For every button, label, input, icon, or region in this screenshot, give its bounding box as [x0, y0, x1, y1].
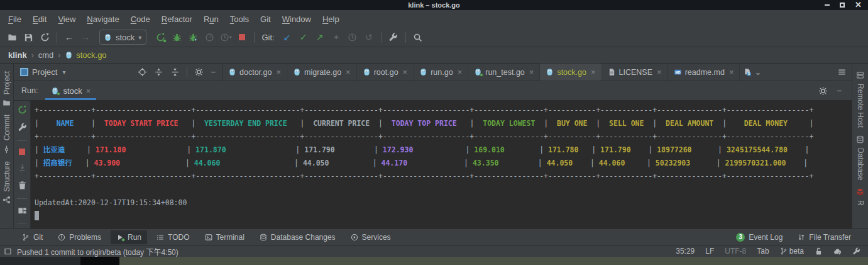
editor-tabs-row: Project ▾ − doctor.go×migrate.go×root.go…: [14, 64, 852, 81]
close-icon[interactable]: ×: [276, 67, 281, 77]
close-icon[interactable]: ×: [346, 67, 351, 77]
cloud-sync-icon[interactable]: [833, 247, 842, 256]
open-icon[interactable]: [4, 30, 19, 45]
expand-all-icon[interactable]: [154, 67, 163, 77]
run-configuration-value: stock: [116, 33, 135, 42]
search-icon[interactable]: [410, 30, 426, 45]
editor-tab-root-go[interactable]: root.go×: [357, 64, 414, 81]
close-icon[interactable]: ×: [729, 67, 734, 77]
run-tab-stock[interactable]: stock ×: [45, 81, 96, 100]
stripe-item-structure[interactable]: Structure: [3, 161, 11, 205]
rerun-icon[interactable]: [18, 105, 27, 116]
save-icon[interactable]: [21, 30, 36, 45]
unlock-icon[interactable]: [815, 247, 823, 256]
close-icon[interactable]: ×: [458, 67, 463, 77]
stop-icon[interactable]: [19, 147, 25, 157]
stripe-item-commit[interactable]: Commit: [3, 115, 11, 153]
menu-navigate[interactable]: Navigate: [81, 12, 124, 26]
editor-tab-stock-go[interactable]: stock.go×: [540, 64, 602, 81]
editor-tab-run-go[interactable]: run.go×: [414, 64, 468, 81]
menu-git[interactable]: Git: [255, 12, 277, 26]
toolwindow-problems[interactable]: Problems: [52, 230, 107, 244]
menu-help[interactable]: Help: [317, 12, 345, 26]
toolwindow-database-changes[interactable]: Database Changes: [254, 230, 341, 244]
stop-icon[interactable]: [234, 30, 250, 45]
run-coverage-icon[interactable]: [185, 30, 201, 45]
close-icon[interactable]: ×: [86, 86, 91, 96]
event-log-count-badge: 3: [736, 233, 745, 242]
hidden-tabs-dropdown[interactable]: ⌄: [740, 64, 765, 81]
menu-bar: FileEditViewNavigateCodeRefactorRunTools…: [0, 10, 868, 28]
tab-list-menu-icon[interactable]: [832, 64, 852, 81]
history-icon: [345, 30, 360, 45]
gear-icon[interactable]: [818, 86, 828, 96]
editor-tab-license[interactable]: LICENSE×: [602, 64, 668, 81]
line-ending[interactable]: LF: [705, 247, 714, 256]
wrench-icon[interactable]: [18, 123, 27, 134]
close-icon[interactable]: ×: [529, 67, 534, 77]
menu-file[interactable]: File: [3, 12, 27, 26]
window-title: klink – stock.go: [408, 1, 460, 9]
toolwindow-toggle-icon[interactable]: [4, 247, 12, 256]
git-commit-icon[interactable]: ✓: [296, 30, 311, 45]
menu-refactor[interactable]: Refactor: [156, 12, 198, 26]
close-icon[interactable]: ×: [403, 67, 408, 77]
toolwindow-git[interactable]: Git: [16, 230, 48, 244]
maximize-button[interactable]: [840, 3, 845, 8]
debug-icon[interactable]: [169, 30, 184, 45]
profiler-icon: [202, 30, 217, 45]
menu-code[interactable]: Code: [125, 12, 156, 26]
restore-layout-icon[interactable]: [18, 205, 27, 217]
minimize-button[interactable]: [825, 4, 830, 6]
editor-tab-readme-md[interactable]: readme.md×: [668, 64, 740, 81]
editor-tab-migrate-go[interactable]: migrate.go×: [287, 64, 357, 81]
collapse-all-icon[interactable]: [170, 67, 180, 77]
stripe-item-remote-host[interactable]: Remote Host: [856, 71, 865, 128]
editor-tab-run-test-go[interactable]: run_test.go×: [468, 64, 540, 81]
locate-icon[interactable]: [138, 67, 147, 77]
toolwindow-file-transfer[interactable]: File Transfer: [792, 230, 857, 244]
menu-view[interactable]: View: [52, 12, 81, 26]
chevron-down-icon[interactable]: ▾: [62, 69, 65, 76]
close-button[interactable]: ✕: [855, 3, 862, 8]
back-icon[interactable]: ←: [62, 30, 77, 45]
git-push-icon[interactable]: ↗: [312, 30, 327, 45]
clear-console-icon[interactable]: [18, 181, 27, 192]
server-icon: [856, 71, 864, 79]
breadcrumb-item-klink[interactable]: klink: [8, 50, 27, 60]
stripe-item-r[interactable]: R: [856, 188, 865, 206]
editor-tab-doctor-go[interactable]: doctor.go×: [222, 64, 287, 81]
menu-window[interactable]: Window: [277, 12, 317, 26]
stripe-item-database[interactable]: Database: [856, 135, 865, 180]
toolwindow-run[interactable]: Run: [111, 230, 147, 244]
toolwindow-services[interactable]: Services: [345, 230, 397, 244]
wrench-icon[interactable]: [852, 247, 860, 256]
db-icon: [260, 234, 267, 241]
menu-tools[interactable]: Tools: [224, 12, 255, 26]
indent-style[interactable]: Tab: [757, 247, 769, 256]
run-configuration-select[interactable]: stock ▾: [99, 30, 146, 45]
gear-icon[interactable]: [194, 67, 204, 77]
file-encoding[interactable]: UTF-8: [725, 247, 746, 256]
menu-run[interactable]: Run: [198, 12, 224, 26]
toolwindow-event-log[interactable]: 3Event Log: [730, 230, 788, 244]
wrench-icon[interactable]: [386, 30, 401, 45]
git-update-icon[interactable]: ↙: [280, 30, 295, 45]
close-icon[interactable]: ×: [657, 67, 662, 77]
breadcrumb-item-cmd[interactable]: cmd: [38, 50, 54, 60]
toolwindow-todo[interactable]: TODO: [151, 230, 195, 244]
breadcrumb-item-stock-go[interactable]: stock.go: [65, 50, 106, 60]
hide-panel-icon[interactable]: −: [837, 86, 842, 96]
menu-edit[interactable]: Edit: [27, 12, 52, 26]
caret-position[interactable]: 35:29: [676, 247, 695, 256]
project-panel-title[interactable]: Project: [32, 67, 57, 77]
git-branch-widget[interactable]: beta: [780, 247, 804, 256]
rerun-icon[interactable]: [153, 30, 168, 45]
branch-icon: [22, 234, 30, 241]
toolwindow-terminal[interactable]: Terminal: [199, 230, 250, 244]
close-icon[interactable]: ×: [591, 67, 596, 77]
sync-icon[interactable]: [37, 30, 52, 45]
breadcrumb: klink›cmd›stock.go: [0, 47, 868, 63]
hide-panel-icon[interactable]: −: [211, 67, 216, 77]
stripe-item-project[interactable]: Project: [3, 71, 11, 107]
